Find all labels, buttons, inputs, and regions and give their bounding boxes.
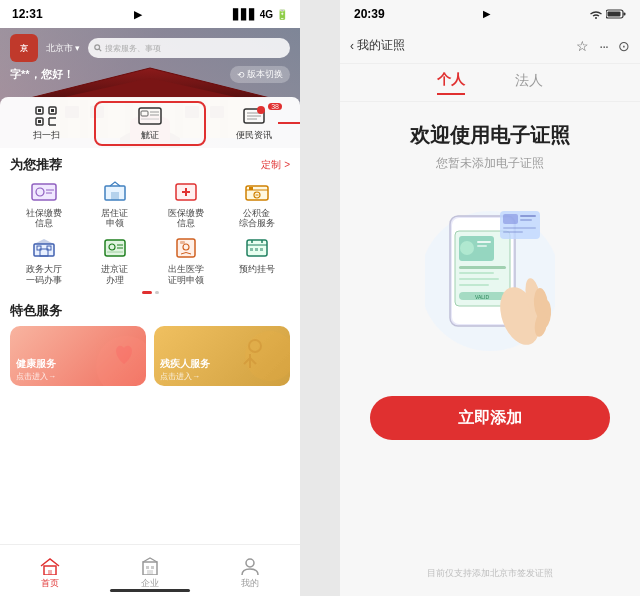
location-tag[interactable]: 北京市 ▾: [46, 42, 80, 55]
svg-rect-100: [477, 245, 487, 247]
show-id-action[interactable]: 觥证: [94, 101, 206, 146]
service-birth-cert[interactable]: 出生医学证明申领: [152, 234, 219, 284]
provident-fund-label: 公积金综合服务: [239, 208, 275, 228]
disability-card-label-area: 残疾人服务 点击进入→: [154, 353, 216, 386]
residence-permit-icon: [99, 178, 131, 206]
service-medical-insurance[interactable]: 医保缴费信息: [152, 178, 219, 228]
tab-corporate[interactable]: 法人: [515, 72, 543, 94]
svg-rect-36: [257, 106, 265, 114]
tab-personal[interactable]: 个人: [437, 71, 465, 95]
wifi-icon: [589, 9, 603, 19]
residence-icon: [101, 180, 129, 204]
svg-rect-114: [520, 215, 536, 217]
section-header: 为您推荐 定制 >: [10, 148, 290, 178]
nav-mine[interactable]: 我的: [200, 552, 300, 590]
customize-button[interactable]: 定制 >: [261, 158, 290, 172]
disability-service-card[interactable]: 残疾人服务 点击进入→: [154, 326, 290, 386]
svg-text:VALID: VALID: [475, 294, 489, 300]
enterprise-icon-svg: [140, 557, 160, 575]
version-btn-text: 版本切换: [247, 68, 283, 81]
svg-rect-70: [180, 241, 185, 244]
svg-rect-28: [141, 111, 148, 116]
battery-icon: 🔋: [276, 9, 288, 20]
mine-icon-svg: [240, 557, 260, 575]
appointment-icon-svg: [243, 236, 271, 260]
svg-rect-85: [146, 566, 149, 569]
red-arrow: [278, 116, 300, 130]
recommend-title: 为您推荐: [10, 156, 62, 174]
birth-icon-svg: [172, 236, 200, 260]
svg-rect-46: [111, 192, 119, 200]
location-arrow-icon: ▶: [483, 9, 490, 19]
special-title: 特色服务: [10, 302, 290, 320]
scan-action[interactable]: 扫一扫: [0, 105, 92, 142]
health-service-card[interactable]: 健康服务 点击进入→: [10, 326, 146, 386]
news-badge: 38: [268, 103, 282, 110]
action-row: 扫一扫 觥证 38: [0, 97, 300, 148]
dot-2: [155, 291, 159, 294]
welcome-subtitle: 您暂未添加电子证照: [436, 155, 544, 172]
location-text: 北京市: [46, 42, 73, 55]
fund-icon: [243, 180, 271, 204]
home-indicator: [110, 589, 190, 592]
svg-rect-87: [147, 570, 153, 575]
health-card-sub: 点击进入→: [16, 371, 56, 382]
svg-rect-22: [51, 109, 54, 112]
svg-rect-21: [38, 109, 41, 112]
service-gov-hall[interactable]: 政务大厅一码办事: [10, 234, 77, 284]
residence-permit-label: 居住证申领: [101, 208, 128, 228]
appointment-icon: [241, 234, 273, 262]
gov-hall-icon: [28, 234, 60, 262]
nav-home[interactable]: 首页: [0, 552, 100, 590]
back-button[interactable]: ‹ 我的证照: [350, 37, 405, 54]
recommend-section: 为您推荐 定制 > 社保缴费信息: [0, 148, 300, 294]
nav-enterprise[interactable]: 企业: [100, 552, 200, 590]
health-card-label-area: 健康服务 点击进入→: [10, 353, 62, 386]
welcome-title: 欢迎使用电子证照: [410, 122, 570, 149]
service-appointment[interactable]: 预约挂号: [223, 234, 290, 284]
back-chevron-icon: ‹: [350, 39, 354, 53]
appointment-label: 预约挂号: [239, 264, 275, 274]
page-dots: [10, 291, 290, 294]
service-social-insurance[interactable]: 社保缴费信息: [10, 178, 77, 228]
svg-rect-23: [38, 120, 41, 123]
nav-enterprise-label: 企业: [141, 577, 159, 590]
entry-icon: [101, 236, 129, 260]
add-button-text: 立即添加: [458, 408, 522, 429]
nav-icons-right: ☆ ··· ⊙: [576, 38, 630, 54]
scan-icon-box: [32, 105, 60, 127]
circle-icon[interactable]: ⊙: [618, 38, 630, 54]
phone-divider: [300, 0, 340, 596]
svg-rect-101: [459, 266, 506, 269]
svg-rect-117: [503, 231, 523, 233]
phone-illustration: VALID: [425, 196, 555, 366]
more-icon[interactable]: ···: [599, 38, 608, 54]
svg-point-88: [246, 559, 254, 567]
gov-icon-svg: [30, 236, 58, 260]
svg-rect-113: [503, 214, 518, 224]
nav-mine-label: 我的: [241, 577, 259, 590]
birth-cert-label: 出生医学证明申领: [168, 264, 204, 284]
svg-rect-90: [623, 13, 625, 16]
scan-icon: [35, 106, 57, 126]
add-certificate-button[interactable]: 立即添加: [370, 396, 610, 440]
search-bar[interactable]: 搜索服务、事项: [88, 38, 290, 58]
scan-label: 扫一扫: [33, 129, 60, 142]
medical-icon: [172, 180, 200, 204]
greeting-text: 字**，您好！: [10, 67, 74, 82]
svg-rect-102: [459, 272, 494, 274]
provident-fund-icon: [241, 178, 273, 206]
health-decoration: [86, 326, 146, 386]
star-icon[interactable]: ☆: [576, 38, 589, 54]
social-insurance-label: 社保缴费信息: [26, 208, 62, 228]
service-entry-permit[interactable]: 进京证办理: [81, 234, 148, 284]
citizen-news-label: 便民资讯: [236, 129, 272, 142]
tab-personal-label: 个人: [437, 71, 465, 87]
version-switch-button[interactable]: ⟲ 版本切换: [230, 66, 290, 83]
svg-rect-99: [477, 241, 491, 243]
disability-card-label: 残疾人服务: [160, 357, 210, 371]
special-services-section: 特色服务 健康服务 点击进入→: [0, 298, 300, 392]
search-placeholder: 搜索服务、事项: [105, 43, 161, 54]
service-residence-permit[interactable]: 居住证申领: [81, 178, 148, 228]
service-provident-fund[interactable]: 公积金综合服务: [223, 178, 290, 228]
